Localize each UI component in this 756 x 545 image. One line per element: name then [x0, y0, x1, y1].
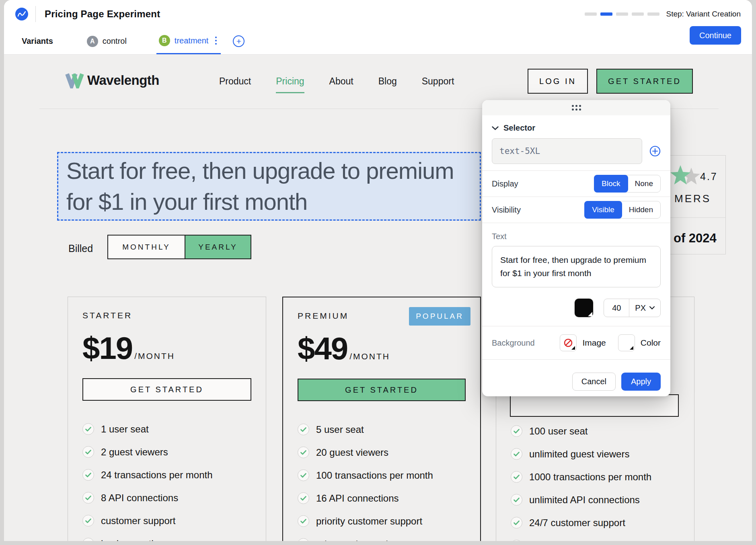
- display-option-none[interactable]: None: [628, 175, 660, 192]
- check-icon: [298, 424, 309, 435]
- list-item: super reporting: [511, 540, 651, 541]
- tab-variant-control[interactable]: A control: [87, 28, 127, 54]
- background-row: Background Image Color: [492, 326, 661, 359]
- nav-item-about[interactable]: About: [329, 76, 353, 87]
- display-row: Display Block None: [492, 171, 661, 197]
- rating-value: 4.7: [700, 171, 718, 182]
- display-toggle: Block None: [594, 175, 661, 193]
- continue-button[interactable]: Continue: [690, 26, 741, 45]
- header-get-started-button[interactable]: GET STARTED: [596, 69, 693, 94]
- cancel-button[interactable]: Cancel: [572, 373, 616, 391]
- progress-dash: [647, 12, 659, 16]
- list-item: 100 user seat: [511, 425, 651, 437]
- billing-monthly-option[interactable]: MONTHLY: [108, 236, 185, 258]
- variant-tabs-bar: Variants A control B treatment + Continu…: [4, 28, 752, 55]
- progress-dash: [585, 12, 597, 16]
- list-item: basic reporting: [82, 538, 251, 541]
- app-logo-icon: [15, 8, 28, 20]
- plan-price-row: $19 /MONTH: [82, 333, 251, 363]
- add-selector-icon[interactable]: [649, 145, 661, 157]
- list-item: 2 guest viewers: [82, 446, 251, 458]
- site-nav: Product Pricing About Blog Support: [219, 76, 454, 87]
- no-image-icon[interactable]: [560, 334, 577, 351]
- rating-customers-text: MERS: [674, 193, 711, 205]
- selector-section-header[interactable]: Selector: [492, 123, 661, 133]
- progress-dash-active: [600, 12, 612, 16]
- login-button[interactable]: LOG IN: [528, 69, 588, 94]
- tab-variant-treatment[interactable]: B treatment: [156, 28, 221, 54]
- visibility-option-visible[interactable]: Visible: [584, 201, 622, 219]
- display-label: Display: [492, 179, 518, 188]
- background-color-swatch[interactable]: [618, 334, 635, 351]
- list-item: advanced reporting: [298, 538, 466, 541]
- nav-item-blog[interactable]: Blog: [378, 76, 397, 87]
- add-variant-button[interactable]: +: [233, 35, 244, 47]
- progress-dash: [616, 12, 628, 16]
- plan-card-premium: POPULAR PREMIUM $49 /MONTH GET STARTED 5…: [282, 297, 481, 541]
- step-label: Step: Variant Creation: [666, 10, 741, 18]
- check-icon: [82, 492, 94, 504]
- list-item: 24 transactions per month: [82, 469, 251, 481]
- list-item: 16 API connections: [298, 492, 466, 504]
- display-option-block[interactable]: Block: [594, 175, 628, 193]
- check-icon: [511, 471, 522, 483]
- variant-menu-icon[interactable]: [214, 36, 218, 45]
- app-window: Pricing Page Experiment Step: Variant Cr…: [4, 0, 752, 541]
- app-header: Pricing Page Experiment Step: Variant Cr…: [4, 0, 752, 28]
- nav-item-product[interactable]: Product: [219, 76, 251, 87]
- site-brand[interactable]: Wavelength: [65, 72, 159, 88]
- check-icon: [82, 538, 94, 541]
- feature-list: 100 user seat unlimited guest viewers 10…: [511, 425, 651, 541]
- check-icon: [511, 448, 522, 460]
- check-icon: [511, 425, 522, 437]
- enterprise-get-started-button[interactable]: [510, 394, 679, 417]
- variant-b-badge: B: [159, 35, 170, 46]
- progress-dash: [632, 12, 644, 16]
- panel-body: Selector text-5XL Display Block None: [482, 123, 670, 360]
- site-brand-name: Wavelength: [87, 73, 159, 88]
- background-color-option: Color: [618, 334, 661, 351]
- check-icon: [298, 515, 309, 527]
- divider: [482, 359, 670, 360]
- panel-drag-bar[interactable]: [482, 100, 670, 115]
- variants-label: Variants: [22, 37, 53, 46]
- list-item: 1000 transactions per month: [511, 471, 651, 483]
- apply-button[interactable]: Apply: [621, 373, 661, 391]
- check-icon: [298, 492, 309, 504]
- check-icon: [82, 423, 94, 435]
- drag-handle-icon[interactable]: [572, 105, 581, 111]
- font-size-control: 40 PX: [604, 299, 661, 317]
- font-unit-dropdown[interactable]: PX: [629, 299, 660, 317]
- nav-item-support[interactable]: Support: [422, 76, 454, 87]
- list-item: unlimited guest viewers: [511, 448, 651, 460]
- feature-list: 5 user seat 20 guest viewers 100 transac…: [298, 424, 466, 541]
- selector-input[interactable]: text-5XL: [492, 138, 642, 164]
- check-icon: [82, 515, 94, 527]
- nav-item-pricing[interactable]: Pricing: [276, 76, 304, 87]
- chevron-down-icon: [649, 306, 655, 309]
- list-item: 8 API connections: [82, 492, 251, 504]
- visibility-toggle: Visible Hidden: [584, 201, 661, 219]
- check-icon: [298, 469, 309, 481]
- check-icon: [511, 494, 522, 506]
- font-size-input[interactable]: 40: [604, 303, 629, 313]
- premium-get-started-button[interactable]: GET STARTED: [298, 379, 466, 401]
- font-size-row: 40 PX: [492, 299, 661, 317]
- visibility-option-hidden[interactable]: Hidden: [622, 201, 660, 218]
- divider: [35, 6, 36, 22]
- text-color-swatch[interactable]: [575, 299, 593, 317]
- billed-label: Billed: [68, 243, 93, 254]
- variant-a-badge: A: [87, 36, 98, 47]
- check-icon: [82, 446, 94, 458]
- selected-headline[interactable]: Start for free, then upgrade to premium …: [57, 152, 481, 221]
- divider: [482, 223, 670, 223]
- billing-yearly-option[interactable]: YEARLY: [185, 236, 251, 258]
- visibility-label: Visibility: [492, 205, 521, 215]
- list-item: 100 transactions per month: [298, 469, 466, 481]
- background-label: Background: [492, 338, 535, 348]
- text-content-input[interactable]: Start for free, then upgrade to premium …: [492, 246, 661, 287]
- feature-list: 1 user seat 2 guest viewers 24 transacti…: [82, 423, 251, 541]
- plan-name: STARTER: [82, 311, 251, 320]
- starter-get-started-button[interactable]: GET STARTED: [82, 378, 251, 401]
- check-icon: [298, 538, 309, 541]
